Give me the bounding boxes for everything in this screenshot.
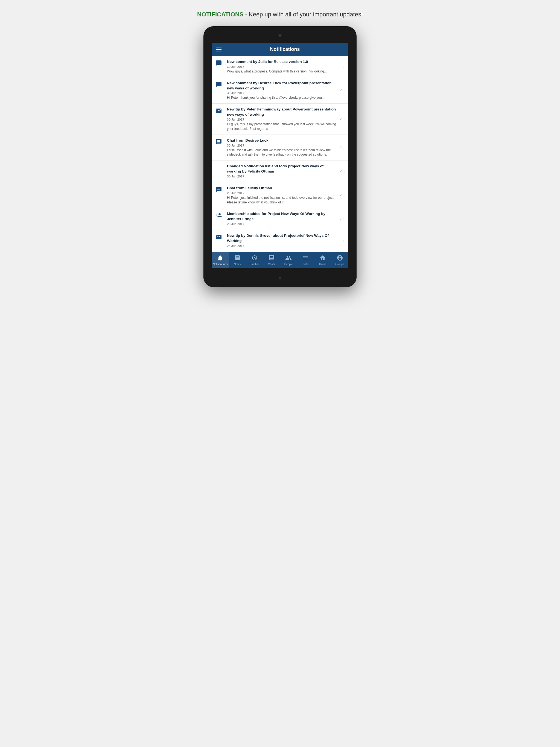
notif-actions: ✓› — [339, 193, 345, 197]
nav-item-groups[interactable]: Groups — [331, 252, 349, 268]
notif-icon-comment — [215, 81, 224, 89]
notification-list: New comment by Julia for Release version… — [212, 56, 348, 252]
arrow-icon[interactable]: › — [343, 193, 345, 197]
notif-actions: › — [343, 65, 345, 69]
people-icon — [285, 255, 292, 262]
notif-actions: ✓› — [339, 88, 345, 93]
arrow-icon[interactable]: › — [343, 217, 345, 221]
notification-item[interactable]: New comment by Desiree Luck for Powerpoi… — [212, 77, 348, 104]
nav-label: Chats — [268, 263, 275, 266]
nav-label: People — [284, 263, 293, 266]
page-title: NOTIFICATIONS - Keep up with all of your… — [197, 11, 363, 18]
notif-title: Membership added for Project New Ways Of… — [227, 211, 338, 222]
notif-actions: ✓› — [339, 146, 345, 150]
nav-label: Lists — [303, 263, 308, 266]
arrow-icon[interactable]: › — [343, 146, 345, 150]
notif-date: 28 Jun 2017 — [227, 222, 338, 226]
check-icon[interactable]: ✓ — [339, 193, 342, 197]
app-screen: Notifications New comment by Julia for R… — [212, 43, 348, 268]
notif-icon-email — [215, 234, 224, 242]
nav-label: Home — [319, 263, 327, 266]
notif-actions: ✓› — [339, 217, 345, 221]
chats-icon — [268, 255, 275, 262]
nav-item-chats[interactable]: Chats — [263, 252, 280, 268]
lists-icon — [302, 255, 309, 262]
notif-date: 30 Jun 2017 — [227, 91, 338, 95]
notif-title: New comment by Julia for Release version… — [227, 59, 342, 65]
notification-item[interactable]: Changed Notification list and todo proje… — [212, 160, 348, 182]
notif-date: 30 Jun 2017 — [227, 175, 338, 178]
check-icon[interactable]: ✓ — [339, 217, 342, 221]
check-icon[interactable]: ✓ — [339, 117, 342, 121]
notif-title: Chat from Felicity Ottman — [227, 186, 338, 191]
notif-date: 30 Jun 2017 — [227, 118, 338, 121]
check-icon[interactable]: ✓ — [339, 146, 342, 150]
notif-title: New tip by Dennis Grover about Projectbr… — [227, 233, 342, 243]
bottom-nav: NotificationsNewsTimelineChatsPeopleList… — [212, 252, 348, 268]
notif-actions: ✓› — [339, 169, 345, 173]
notif-icon-email — [215, 107, 224, 115]
nav-item-lists[interactable]: Lists — [297, 252, 314, 268]
menu-button[interactable] — [216, 48, 222, 51]
notif-body: Wow guys, what a progress. Congrats with… — [227, 69, 342, 74]
notif-title: New tip by Peter Hemmingway about Powerp… — [227, 107, 338, 117]
notif-body: Hi Peter, just finished the notification… — [227, 196, 338, 205]
notif-actions: › — [343, 239, 345, 243]
notification-item[interactable]: Chat from Felicity Ottman29 Jun 2017Hi P… — [212, 182, 348, 208]
notif-title: Chat from Desiree Luck — [227, 138, 338, 143]
groups-icon — [337, 255, 343, 262]
device-home-button[interactable] — [279, 277, 281, 279]
notification-item[interactable]: New tip by Dennis Grover about Projectbr… — [212, 230, 348, 252]
notification-item[interactable]: Chat from Desiree Luck30 Jun 2017I discu… — [212, 135, 348, 160]
notif-body: Hi guys, this is my presentation that I … — [227, 122, 338, 131]
notif-title: Changed Notification list and todo proje… — [227, 164, 338, 174]
nav-item-news[interactable]: News — [229, 252, 246, 268]
news-icon — [234, 255, 240, 262]
notif-body: Hi Peter, thank you for sharing this. @e… — [227, 96, 338, 100]
nav-label: Notifications — [213, 263, 228, 266]
arrow-icon[interactable]: › — [343, 239, 345, 243]
header-title: Notifications — [226, 47, 344, 52]
notification-item[interactable]: Membership added for Project New Ways Of… — [212, 208, 348, 230]
notif-actions: ✓› — [339, 117, 345, 121]
nav-item-people[interactable]: People — [280, 252, 297, 268]
notification-item[interactable]: New comment by Julia for Release version… — [212, 56, 348, 77]
timeline-icon — [251, 255, 258, 262]
nav-label: Timeline — [249, 263, 259, 266]
arrow-icon[interactable]: › — [343, 88, 345, 93]
notif-date: 28 Jun 2017 — [227, 244, 342, 248]
notif-date: 30 Jun 2017 — [227, 144, 338, 147]
notif-icon-person-add — [215, 212, 224, 220]
notif-date: 30 Jun 2017 — [227, 65, 342, 68]
notif-icon-comment — [215, 60, 224, 68]
arrow-icon[interactable]: › — [343, 117, 345, 121]
bell-icon — [217, 255, 223, 262]
notif-date: 29 Jun 2017 — [227, 191, 338, 195]
notif-icon-chat — [215, 186, 224, 195]
nav-item-notifications[interactable]: Notifications — [212, 252, 229, 268]
arrow-icon[interactable]: › — [343, 169, 345, 173]
arrow-icon[interactable]: › — [343, 65, 345, 69]
check-icon[interactable]: ✓ — [339, 169, 342, 173]
nav-item-timeline[interactable]: Timeline — [246, 252, 263, 268]
notification-item[interactable]: New tip by Peter Hemmingway about Powerp… — [212, 104, 348, 134]
device-camera — [278, 34, 282, 37]
app-header: Notifications — [212, 43, 348, 56]
nav-label: News — [234, 263, 240, 266]
notif-body: I discussed it with Louis and we think i… — [227, 148, 338, 157]
nav-item-home[interactable]: Home — [314, 252, 331, 268]
notif-title: New comment by Desiree Luck for Powerpoi… — [227, 81, 338, 91]
nav-label: Groups — [335, 263, 344, 266]
device-frame: Notifications New comment by Julia for R… — [203, 26, 357, 287]
check-icon[interactable]: ✓ — [339, 88, 342, 93]
notif-icon-chat — [215, 138, 224, 147]
home-icon — [320, 255, 326, 262]
